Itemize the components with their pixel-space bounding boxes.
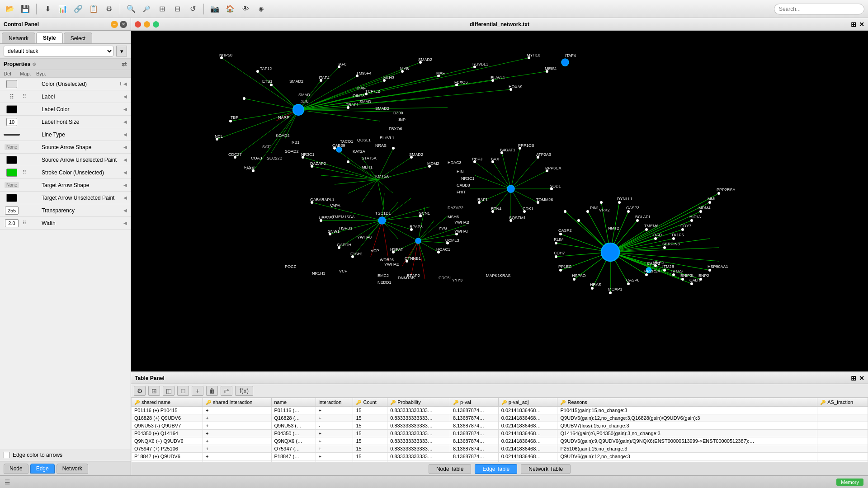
table-btn[interactable]: 📋: [87, 3, 100, 15]
show-btn[interactable]: ◉: [255, 3, 267, 15]
tab-network[interactable]: Network: [2, 33, 35, 43]
line-type-def[interactable]: [4, 134, 20, 136]
stroke-swatch[interactable]: [6, 169, 17, 177]
win-dot-yellow[interactable]: [144, 21, 150, 28]
tgt-arrow-paint-swatch[interactable]: [6, 194, 17, 202]
tgt-arrow-paint-def[interactable]: [4, 194, 20, 202]
network-canvas[interactable]: JUN NHP50 TAF12 ETS1 TBP NCL CDC27 AX6 I…: [131, 31, 868, 371]
col-interaction[interactable]: interaction: [316, 398, 353, 407]
col-shared-name[interactable]: 🔑shared name: [132, 398, 203, 407]
screenshot-btn[interactable]: 📷: [208, 3, 221, 15]
tgt-arrow-paint-arrow[interactable]: ◀: [123, 195, 127, 200]
color-info-icon[interactable]: ℹ: [120, 81, 122, 86]
src-arrow-def[interactable]: None: [4, 144, 20, 150]
col-pval[interactable]: 🔑p-val: [450, 398, 498, 407]
label-def[interactable]: ⠿: [4, 93, 20, 100]
svg-text:ELAVL1: ELAVL1: [491, 75, 505, 80]
label-color-arrow[interactable]: ◀: [123, 107, 127, 112]
footer-tab-node[interactable]: Node Table: [429, 464, 472, 474]
table-import-btn[interactable]: ⇄: [221, 386, 232, 396]
bot-tab-network[interactable]: Network: [57, 464, 88, 474]
label-map[interactable]: ⠿: [20, 94, 29, 99]
save-btn[interactable]: 💾: [19, 3, 32, 15]
table-function-btn[interactable]: f(x): [235, 386, 253, 396]
fit-btn[interactable]: ⊞: [156, 3, 168, 15]
table-add-btn[interactable]: +: [192, 386, 203, 396]
transparency-def[interactable]: 255: [4, 206, 20, 215]
font-size-def[interactable]: 10: [4, 118, 20, 126]
col-as-fraction[interactable]: 🔑AS_fraction: [817, 398, 868, 407]
search-input[interactable]: [774, 4, 864, 14]
src-arrow-paint-def[interactable]: [4, 156, 20, 164]
tgt-arrow-arrow[interactable]: ◀: [123, 183, 127, 188]
cp-close-btn[interactable]: ✕: [120, 21, 127, 28]
network-expand-btn[interactable]: ⊞: [851, 21, 856, 28]
zoom-out-btn[interactable]: 🔎: [140, 3, 153, 15]
color-arrow[interactable]: ◀: [123, 81, 127, 86]
table-merge-btn[interactable]: ◫: [163, 386, 175, 396]
col-reasons[interactable]: 🔑Reasons: [557, 398, 817, 407]
bot-tab-edge[interactable]: Edge: [30, 464, 55, 474]
font-size-arrow[interactable]: ◀: [123, 119, 127, 124]
open-file-btn[interactable]: 📂: [4, 3, 16, 15]
label-color-swatch[interactable]: [6, 105, 17, 113]
width-map[interactable]: ⠿: [20, 220, 29, 226]
src-arrow-paint-swatch[interactable]: [6, 156, 17, 164]
width-def[interactable]: 2.0: [4, 219, 20, 227]
cell-name: P18847 (…: [271, 453, 316, 460]
memory-badge[interactable]: Memory: [836, 479, 863, 486]
col-pval-adj[interactable]: 🔑p-val_adj: [498, 398, 557, 407]
svg-text:HSPAO: HSPAO: [572, 273, 586, 278]
svg-text:SMAD2: SMAD2: [418, 57, 432, 62]
style-preset-select[interactable]: default black: [4, 46, 113, 56]
label-arrow[interactable]: ◀: [123, 94, 127, 99]
footer-tab-network[interactable]: Network Table: [521, 464, 571, 474]
col-count[interactable]: 🔑Count: [353, 398, 387, 407]
zoom-in-btn[interactable]: 🔍: [125, 3, 137, 15]
network-close-btn[interactable]: ✕: [859, 21, 864, 28]
import-btn[interactable]: ⬇: [41, 3, 54, 15]
home-btn[interactable]: 🏠: [224, 3, 236, 15]
line-type-arrow[interactable]: ◀: [123, 132, 127, 137]
edge-color-checkbox[interactable]: [4, 452, 10, 458]
table-settings-btn[interactable]: ⚙: [134, 386, 146, 396]
table-delete-btn[interactable]: 🗑: [206, 386, 218, 396]
table-close-icon[interactable]: ✕: [859, 375, 864, 382]
col-name[interactable]: name: [271, 398, 316, 407]
src-arrow-paint-arrow[interactable]: ◀: [123, 157, 127, 162]
color-def[interactable]: [4, 80, 20, 88]
win-dot-green[interactable]: [153, 21, 159, 28]
col-probability[interactable]: 🔑Probability: [387, 398, 450, 407]
color-swatch[interactable]: [6, 80, 17, 88]
table-layout-btn[interactable]: ⊞: [148, 386, 160, 396]
tab-select[interactable]: Select: [64, 33, 92, 43]
width-arrow[interactable]: ◀: [123, 221, 127, 225]
props-expand-btn[interactable]: ⇄: [122, 61, 127, 68]
layout-btn[interactable]: ⚙: [103, 3, 115, 15]
table-split-btn[interactable]: □: [177, 386, 189, 396]
export-table-btn[interactable]: 📊: [57, 3, 69, 15]
share-btn[interactable]: 🔗: [72, 3, 85, 15]
stroke-def[interactable]: [4, 169, 20, 177]
props-settings-icon[interactable]: ⚙: [32, 62, 36, 67]
tgt-arrow-def[interactable]: None: [4, 182, 20, 188]
src-arrow-arrow[interactable]: ◀: [123, 145, 127, 150]
tab-style[interactable]: Style: [36, 33, 63, 43]
table-content[interactable]: 🔑shared name 🔑shared interaction name in…: [131, 398, 868, 462]
win-dot-red[interactable]: [135, 21, 141, 28]
zoom-sel-btn[interactable]: ⊟: [171, 3, 184, 15]
col-shared-interaction[interactable]: 🔑shared interaction: [203, 398, 271, 407]
label-color-def[interactable]: [4, 105, 20, 113]
table-expand-icon[interactable]: ⊞: [851, 375, 856, 382]
bot-tab-node[interactable]: Node: [4, 464, 28, 474]
footer-tab-edge[interactable]: Edge Table: [475, 464, 517, 474]
cp-minimize-btn[interactable]: –: [111, 21, 118, 28]
hide-btn[interactable]: 👁: [239, 3, 252, 15]
style-menu-btn[interactable]: ▾: [116, 46, 127, 56]
stroke-map[interactable]: ⠿: [20, 169, 29, 175]
stroke-arrow[interactable]: ◀: [123, 170, 127, 175]
list-icon[interactable]: ☰: [5, 479, 10, 486]
transparency-arrow[interactable]: ◀: [123, 208, 127, 213]
refresh-btn[interactable]: ↺: [186, 3, 199, 15]
svg-text:MSH6: MSH6: [448, 215, 459, 219]
